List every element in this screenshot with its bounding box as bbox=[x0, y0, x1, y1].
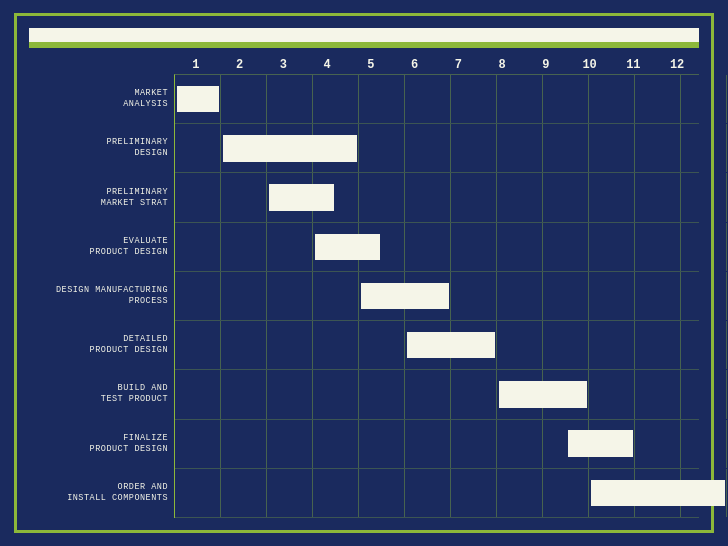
gantt-cell bbox=[497, 420, 543, 468]
row-label: PRELIMINARY MARKET STRAT bbox=[30, 187, 168, 209]
gantt-cell bbox=[589, 272, 635, 320]
gantt-cell bbox=[405, 469, 451, 517]
gantt-cell bbox=[175, 469, 221, 517]
gantt-cell bbox=[175, 370, 221, 418]
col-header: 6 bbox=[393, 56, 437, 74]
gantt-cell bbox=[543, 124, 589, 172]
gantt-cell bbox=[359, 173, 405, 221]
gantt-cell bbox=[497, 173, 543, 221]
gantt-cell bbox=[451, 124, 497, 172]
gantt-cell bbox=[267, 272, 313, 320]
row-label: PRELIMINARY DESIGN bbox=[30, 137, 168, 159]
gantt-cell bbox=[175, 173, 221, 221]
gantt-cell bbox=[497, 469, 543, 517]
gantt-cell bbox=[405, 75, 451, 123]
gantt-cell bbox=[635, 223, 681, 271]
row-label: ORDER AND INSTALL COMPONENTS bbox=[30, 482, 168, 504]
gantt-cell bbox=[635, 321, 681, 369]
gantt-cell bbox=[221, 223, 267, 271]
gantt-cell bbox=[267, 223, 313, 271]
gantt-bar bbox=[499, 381, 587, 408]
gantt-cell bbox=[313, 75, 359, 123]
gantt-bar bbox=[315, 234, 380, 261]
gantt-cell bbox=[175, 272, 221, 320]
gantt-cell bbox=[497, 272, 543, 320]
gantt-cell bbox=[313, 272, 359, 320]
col-header: 12 bbox=[655, 56, 699, 74]
gantt-cell bbox=[589, 223, 635, 271]
chart-container: 123456789101112 MARKET ANALYSISPRELIMINA… bbox=[14, 13, 714, 533]
gantt-cell bbox=[405, 173, 451, 221]
gantt-bar bbox=[407, 332, 495, 359]
gantt-cell bbox=[359, 124, 405, 172]
gantt-cell bbox=[543, 173, 589, 221]
gantt-cell bbox=[313, 469, 359, 517]
gantt-row: EVALUATE PRODUCT DESIGN bbox=[175, 223, 699, 272]
gantt-cell bbox=[405, 370, 451, 418]
gantt-cell bbox=[221, 75, 267, 123]
gantt-cell bbox=[589, 321, 635, 369]
column-headers: 123456789101112 bbox=[174, 56, 699, 74]
gantt-cell bbox=[221, 272, 267, 320]
gantt-cell bbox=[543, 469, 589, 517]
gantt-cell bbox=[267, 75, 313, 123]
gantt-cell bbox=[497, 223, 543, 271]
gantt-cell bbox=[497, 124, 543, 172]
gantt-cell bbox=[543, 321, 589, 369]
gantt-bar bbox=[223, 135, 357, 162]
gantt-cell bbox=[451, 75, 497, 123]
gantt-row: MARKET ANALYSIS bbox=[175, 75, 699, 124]
gantt-bar bbox=[591, 480, 725, 507]
gantt-cell bbox=[681, 321, 727, 369]
col-header: 11 bbox=[612, 56, 656, 74]
gantt-cell bbox=[451, 420, 497, 468]
gantt-cell bbox=[405, 420, 451, 468]
gantt-cell bbox=[681, 75, 727, 123]
gantt-cell bbox=[313, 370, 359, 418]
gantt-cell bbox=[359, 75, 405, 123]
gantt-cell bbox=[359, 370, 405, 418]
gantt-cell bbox=[681, 124, 727, 172]
gantt-cell bbox=[635, 75, 681, 123]
gantt-cell bbox=[175, 223, 221, 271]
gantt-cell bbox=[681, 420, 727, 468]
col-header: 10 bbox=[568, 56, 612, 74]
gantt-cell bbox=[635, 420, 681, 468]
gantt-cell bbox=[267, 321, 313, 369]
gantt-cell bbox=[221, 321, 267, 369]
gantt-cell bbox=[359, 420, 405, 468]
col-header: 5 bbox=[349, 56, 393, 74]
row-label: FINALIZE PRODUCT DESIGN bbox=[30, 433, 168, 455]
gantt-cell bbox=[313, 321, 359, 369]
gantt-cell bbox=[497, 75, 543, 123]
gantt-row: BUILD AND TEST PRODUCT bbox=[175, 370, 699, 419]
col-header: 8 bbox=[480, 56, 524, 74]
gantt-cell bbox=[221, 370, 267, 418]
row-label: EVALUATE PRODUCT DESIGN bbox=[30, 236, 168, 258]
gantt-cell bbox=[451, 223, 497, 271]
gantt-cell bbox=[267, 469, 313, 517]
row-label: DESIGN MANUFACTURING PROCESS bbox=[30, 285, 168, 307]
gantt-cell bbox=[543, 75, 589, 123]
gantt-cell bbox=[175, 420, 221, 468]
col-header: 7 bbox=[437, 56, 481, 74]
gantt-row: FINALIZE PRODUCT DESIGN bbox=[175, 420, 699, 469]
gantt-row: DETAILED PRODUCT DESIGN bbox=[175, 321, 699, 370]
gantt-cell bbox=[451, 272, 497, 320]
gantt-row: PRELIMINARY MARKET STRAT bbox=[175, 173, 699, 222]
gantt-cell bbox=[175, 321, 221, 369]
gantt-cell bbox=[635, 173, 681, 221]
gantt-cell bbox=[313, 420, 359, 468]
gantt-grid: MARKET ANALYSISPRELIMINARY DESIGNPRELIMI… bbox=[174, 74, 699, 518]
row-label: DETAILED PRODUCT DESIGN bbox=[30, 334, 168, 356]
gantt-cell bbox=[589, 173, 635, 221]
gantt-cell bbox=[451, 469, 497, 517]
gantt-cell bbox=[635, 370, 681, 418]
gantt-cell bbox=[681, 272, 727, 320]
gantt-cell bbox=[267, 370, 313, 418]
gantt-cell bbox=[451, 370, 497, 418]
row-label: BUILD AND TEST PRODUCT bbox=[30, 383, 168, 405]
col-header: 9 bbox=[524, 56, 568, 74]
gantt-cell bbox=[359, 469, 405, 517]
gantt-bar bbox=[177, 86, 219, 113]
